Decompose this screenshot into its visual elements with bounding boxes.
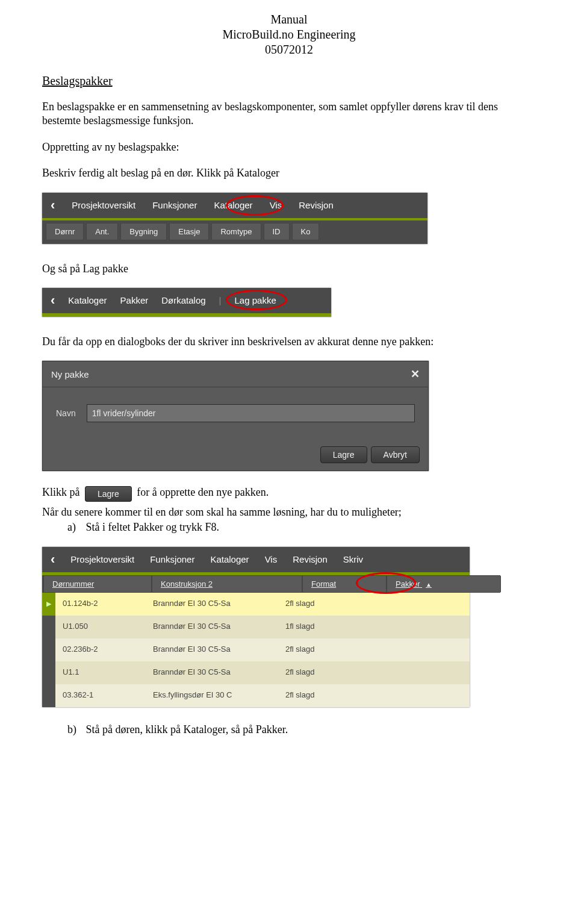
col-id[interactable]: ID <box>264 223 290 240</box>
header-line3: 05072012 <box>42 42 536 57</box>
menu-funksjoner[interactable]: Funksjoner <box>150 554 194 564</box>
row-gutter <box>42 616 55 638</box>
play-icon: ▶ <box>46 600 51 608</box>
menu-revisjon[interactable]: Revisjon <box>299 200 334 210</box>
menu-pakker[interactable]: Pakker <box>120 295 149 305</box>
screenshot-toolbar-lagpakke: ‹ Kataloger Pakker Dørkatalog | Lag pakk… <box>42 288 331 317</box>
menu-skriv[interactable]: Skriv <box>343 554 363 564</box>
dialog-intro-paragraph: Du får da opp en dialogboks der du skriv… <box>42 335 536 349</box>
option-a-text: Stå i feltet Pakker og trykk F8. <box>86 521 219 533</box>
option-a: a) Stå i feltet Pakker og trykk F8. <box>42 520 536 534</box>
table-row[interactable]: 02.236b-2Branndør EI 30 C5-Sa2fl slagd <box>42 638 470 661</box>
annotation-circle-icon <box>226 290 287 310</box>
cell-c3 <box>344 684 441 707</box>
col-konstruksjon2[interactable]: Konstruksjon 2 <box>152 575 302 593</box>
col-dornr[interactable]: Dørnr <box>46 223 84 240</box>
cell-c1: Branndør EI 30 C5-Sa <box>146 616 278 638</box>
cell-c2: 2fl slagd <box>278 638 344 661</box>
senere-paragraph: Når du senere kommer til en dør som skal… <box>42 505 536 519</box>
cell-c0: U1.050 <box>55 616 146 638</box>
klikk-prefix: Klikk på <box>42 486 80 498</box>
lagre-button[interactable]: Lagre <box>320 446 367 463</box>
menu-prosjektoversikt[interactable]: Prosjektoversikt <box>70 554 134 564</box>
col-dornummer[interactable]: Dørnummer <box>43 575 152 593</box>
chevron-left-icon[interactable]: ‹ <box>51 293 55 308</box>
klikk-suffix: for å opprette den nye pakken. <box>137 486 269 498</box>
cell-c2: 2fl slagd <box>278 661 344 684</box>
cell-c0: 01.124b-2 <box>55 593 146 616</box>
avbryt-button[interactable]: Avbryt <box>371 446 420 463</box>
menu-funksjoner[interactable]: Funksjoner <box>152 200 197 210</box>
beskriv-paragraph: Beskriv ferdig alt beslag på en dør. Kli… <box>42 166 536 180</box>
cell-c2: 2fl slagd <box>278 684 344 707</box>
row-gutter <box>42 638 55 661</box>
cell-c0: 03.362-1 <box>55 684 146 707</box>
intro-paragraph: En beslagspakke er en sammensetning av b… <box>42 100 536 128</box>
green-separator <box>42 313 331 317</box>
lag-pakke-paragraph: Og så på Lag pakke <box>42 262 536 276</box>
chevron-left-icon[interactable]: ‹ <box>51 198 55 213</box>
col-romtype[interactable]: Romtype <box>211 223 261 240</box>
cell-c1: Branndør EI 30 C5-Sa <box>146 638 278 661</box>
header-line2: MicroBuild.no Engineering <box>42 27 536 42</box>
screenshot-toolbar-kataloger: ‹ Prosjektoversikt Funksjoner Kataloger … <box>42 193 427 244</box>
cell-c0: U1.1 <box>55 661 146 684</box>
klikk-lagre-line: Klikk på Lagre for å opprette den nye pa… <box>42 485 536 501</box>
list-letter-a: a) <box>67 520 83 534</box>
table-row[interactable]: U1.050Branndør EI 30 C5-Sa1fl slagd <box>42 616 470 638</box>
navn-label: Navn <box>56 408 76 418</box>
menu-dorkatalog[interactable]: Dørkatalog <box>161 295 205 305</box>
cell-c0: 02.236b-2 <box>55 638 146 661</box>
col-bygning[interactable]: Bygning <box>120 223 167 240</box>
menu-divider: | <box>219 295 222 305</box>
navn-input[interactable] <box>87 404 415 422</box>
lagre-button-inline[interactable]: Lagre <box>85 486 132 502</box>
menu-kataloger[interactable]: Kataloger <box>210 554 249 564</box>
cell-c1: Branndør EI 30 C5-Sa <box>146 593 278 616</box>
section-title: Beslagspakker <box>42 74 536 88</box>
cell-c2: 1fl slagd <box>278 616 344 638</box>
inline-lagre-button[interactable]: Lagre <box>85 487 132 501</box>
doc-header: Manual MicroBuild.no Engineering 0507201… <box>42 12 536 57</box>
close-icon[interactable]: ✕ <box>411 367 420 381</box>
col-ant[interactable]: Ant. <box>86 223 118 240</box>
row-gutter <box>42 684 55 707</box>
menu-prosjektoversikt[interactable]: Prosjektoversikt <box>72 200 135 210</box>
cell-c3 <box>344 638 441 661</box>
menu-vis[interactable]: Vis <box>265 554 278 564</box>
table-row[interactable]: 03.362-1Eks.fyllingsdør EI 30 C2fl slagd <box>42 684 470 707</box>
menu-kataloger[interactable]: Kataloger <box>68 295 107 305</box>
option-b-text: Stå på døren, klikk på Kataloger, så på … <box>86 723 288 735</box>
menu-revisjon[interactable]: Revisjon <box>293 554 328 564</box>
row-gutter: ▶ <box>42 593 55 616</box>
row-gutter <box>42 661 55 684</box>
cell-c1: Branndør EI 30 C5-Sa <box>146 661 278 684</box>
list-letter-b: b) <box>67 723 83 737</box>
cell-c1: Eks.fyllingsdør EI 30 C <box>146 684 278 707</box>
screenshot-pakker-table: ‹ Prosjektoversikt Funksjoner Kataloger … <box>42 547 470 707</box>
oppretting-paragraph: Oppretting av ny beslagspakke: <box>42 140 536 154</box>
cell-c2: 2fl slagd <box>278 593 344 616</box>
header-line1: Manual <box>42 12 536 27</box>
dialog-title: Ny pakke <box>51 369 89 379</box>
screenshot-ny-pakke-dialog: Ny pakke ✕ Navn Lagre Avbryt <box>42 361 429 471</box>
table-row[interactable]: U1.1Branndør EI 30 C5-Sa2fl slagd <box>42 661 470 684</box>
option-b: b) Stå på døren, klikk på Kataloger, så … <box>42 723 536 737</box>
cell-c3 <box>344 593 441 616</box>
annotation-circle-icon <box>226 195 284 216</box>
cell-c3 <box>344 616 441 638</box>
chevron-left-icon[interactable]: ‹ <box>51 552 55 567</box>
cell-c3 <box>344 661 441 684</box>
table-row[interactable]: ▶01.124b-2Branndør EI 30 C5-Sa2fl slagd <box>42 593 470 616</box>
sort-asc-icon: ▲ <box>426 581 432 588</box>
col-etasje[interactable]: Etasje <box>169 223 209 240</box>
annotation-circle-icon <box>356 572 416 594</box>
col-ko[interactable]: Ko <box>292 223 320 240</box>
